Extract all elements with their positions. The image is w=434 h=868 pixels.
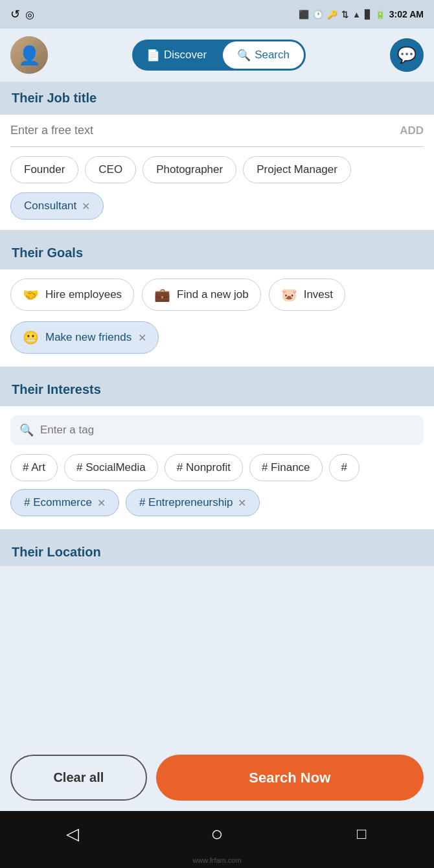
wifi-icon: ▲ — [352, 10, 361, 19]
chip-consultant-close[interactable]: ✕ — [82, 200, 90, 212]
nav-bar: ◁ ○ □ — [0, 811, 434, 856]
tab-search[interactable]: 🔍 Search — [223, 41, 304, 69]
status-right: ⬛ 🕐 🔑 ⇅ ▲ ▊ 🔋 3:02 AM — [299, 9, 424, 19]
tag-search-input[interactable] — [40, 424, 415, 437]
divider-2 — [0, 367, 434, 373]
friends-icon: 😬 — [23, 330, 39, 345]
chat-icon: 💬 — [397, 46, 417, 64]
location-title: Their Location — [12, 545, 101, 559]
goal-invest[interactable]: 🐷 Invest — [269, 279, 345, 311]
search-icon: 🔍 — [237, 49, 251, 62]
battery-icon: 🔋 — [375, 10, 385, 19]
interests-title: Their Interests — [12, 382, 101, 396]
tag-search-row: 🔍 — [10, 415, 424, 445]
nav-tabs: 📄 Discover 🔍 Search — [132, 40, 306, 71]
job-title-section-header: Their Job title — [0, 82, 434, 115]
interests-section: 🔍 # Art # SocialMedia # Nonprofit # Fina… — [0, 406, 434, 529]
chip-ceo[interactable]: CEO — [85, 156, 136, 183]
chip-photographer-label: Photographer — [156, 163, 223, 176]
goal-make-friends[interactable]: 😬 Make new friends ✕ — [10, 321, 159, 354]
invest-label: Invest — [304, 288, 333, 301]
job-title-section: ADD Founder CEO Photographer Project Man… — [0, 115, 434, 230]
goals-section-header: Their Goals — [0, 236, 434, 269]
job-icon: 💼 — [154, 287, 170, 303]
square-icon: □ — [357, 825, 367, 843]
home-button[interactable]: ○ — [201, 817, 233, 850]
goals-section: 🤝 Hire employees 💼 Find a new job 🐷 Inve… — [0, 269, 434, 367]
interest-tags-row: # Art # SocialMedia # Nonprofit # Financ… — [10, 445, 424, 481]
divider-1 — [0, 230, 434, 236]
tag-finance[interactable]: # Finance — [249, 454, 323, 481]
chip-consultant[interactable]: Consultant ✕ — [10, 192, 104, 220]
tag-entrepreneurship-label: # Entrepreneurship — [139, 496, 233, 509]
clear-all-button[interactable]: Clear all — [10, 755, 147, 801]
time-display: 3:02 AM — [389, 9, 424, 19]
find-job-label: Find a new job — [177, 288, 249, 301]
tag-ecommerce-label: # Ecommerce — [24, 496, 92, 509]
job-title-input[interactable] — [10, 124, 400, 137]
tag-finance-label: # Finance — [262, 461, 310, 474]
tab-discover[interactable]: 📄 Discover — [132, 40, 221, 71]
job-title-input-row: ADD — [10, 115, 424, 147]
job-title-title: Their Job title — [12, 91, 97, 105]
spacer — [0, 566, 434, 744]
clock-icon: 🕐 — [313, 10, 323, 19]
key-icon: 🔑 — [327, 10, 337, 19]
avatar[interactable]: 👤 — [10, 36, 48, 74]
location-section: Their Location — [0, 536, 434, 566]
back-icon: ◁ — [66, 824, 79, 844]
tag-more-label: # — [341, 461, 347, 474]
tag-nonprofit-label: # Nonprofit — [177, 461, 231, 474]
tag-search-icon: 🔍 — [19, 423, 34, 437]
back-button[interactable]: ◁ — [56, 817, 89, 850]
tag-art[interactable]: # Art — [10, 454, 58, 481]
search-now-button[interactable]: Search Now — [156, 755, 424, 801]
discover-icon: 📄 — [146, 49, 160, 62]
goal-find-job[interactable]: 💼 Find a new job — [142, 279, 261, 311]
chip-founder-label: Founder — [24, 163, 65, 176]
tag-nonprofit[interactable]: # Nonprofit — [165, 454, 243, 481]
tag-social-media[interactable]: # SocialMedia — [64, 454, 158, 481]
selected-tags-row: # Ecommerce ✕ # Entrepreneurship ✕ — [10, 481, 424, 516]
tag-art-label: # Art — [23, 461, 45, 474]
tag-entrepreneurship-close[interactable]: ✕ — [238, 497, 246, 509]
avatar-image: 👤 — [10, 36, 48, 74]
tag-ecommerce-close[interactable]: ✕ — [97, 497, 106, 509]
goals-options-row: 🤝 Hire employees 💼 Find a new job 🐷 Inve… — [10, 269, 424, 314]
status-left: ↺ ◎ — [10, 7, 34, 21]
chip-photographer[interactable]: Photographer — [143, 156, 236, 183]
tag-entrepreneurship-chip[interactable]: # Entrepreneurship ✕ — [126, 489, 260, 516]
chip-project-manager[interactable]: Project Manager — [243, 156, 351, 183]
goals-title: Their Goals — [12, 246, 83, 260]
job-title-suggested-chips: Founder CEO Photographer Project Manager — [10, 147, 424, 183]
chip-ceo-label: CEO — [98, 163, 122, 176]
arrows-icon: ⇅ — [341, 10, 348, 19]
status-bar: ↺ ◎ ⬛ 🕐 🔑 ⇅ ▲ ▊ 🔋 3:02 AM — [0, 0, 434, 29]
make-friends-close[interactable]: ✕ — [138, 332, 146, 344]
bottom-buttons: Clear all Search Now — [0, 744, 434, 811]
circle-icon: ◎ — [25, 8, 34, 21]
goals-selected-row: 😬 Make new friends ✕ — [10, 314, 424, 354]
tag-ecommerce-chip[interactable]: # Ecommerce ✕ — [10, 489, 119, 516]
interests-section-header: Their Interests — [0, 373, 434, 406]
invest-icon: 🐷 — [281, 287, 297, 303]
refresh-icon: ↺ — [10, 7, 20, 21]
search-label: Search — [255, 49, 290, 62]
divider-3 — [0, 529, 434, 536]
job-title-selected-chips: Consultant ✕ — [10, 183, 424, 220]
cast-icon: ⬛ — [299, 10, 309, 19]
discover-label: Discover — [164, 49, 207, 62]
signal-icon: ▊ — [365, 10, 371, 19]
messages-button[interactable]: 💬 — [390, 38, 424, 72]
hire-icon: 🤝 — [23, 287, 39, 303]
add-button[interactable]: ADD — [400, 124, 424, 137]
header: 👤 📄 Discover 🔍 Search 💬 — [0, 29, 434, 82]
chip-project-manager-label: Project Manager — [257, 163, 337, 176]
goal-hire-employees[interactable]: 🤝 Hire employees — [10, 279, 134, 311]
make-friends-label: Make new friends — [45, 331, 131, 344]
recents-button[interactable]: □ — [345, 817, 378, 850]
watermark: www.frfam.com — [0, 856, 434, 868]
tag-social-media-label: # SocialMedia — [76, 461, 146, 474]
chip-founder[interactable]: Founder — [10, 156, 78, 183]
tag-more[interactable]: # — [329, 454, 360, 481]
